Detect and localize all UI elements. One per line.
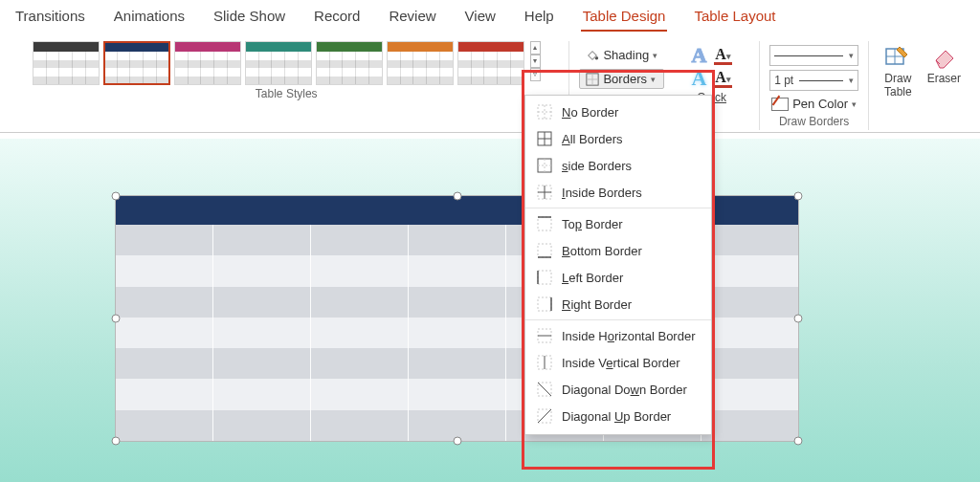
draw-table-label: Draw Table xyxy=(884,72,912,99)
tab-record[interactable]: Record xyxy=(312,6,362,32)
menu-item-label: side Borders xyxy=(562,159,632,173)
menu-item-label: Inside Borders xyxy=(562,186,642,200)
eraser-button[interactable]: Eraser xyxy=(922,41,967,87)
svg-rect-18 xyxy=(538,217,551,230)
resize-handle[interactable] xyxy=(112,437,121,446)
chevron-down-icon: ▾ xyxy=(849,76,854,85)
group-label-drawborders: Draw Borders xyxy=(779,115,849,128)
table-style-swatch[interactable] xyxy=(457,41,524,85)
draw-table-button[interactable]: Draw Table xyxy=(879,41,918,100)
menu-item-label: Diagonal Down Border xyxy=(562,383,687,397)
pen-weight-combo[interactable]: 1 pt ▾ xyxy=(769,70,858,91)
table-style-swatch[interactable] xyxy=(387,41,454,85)
menu-item-label: No Border xyxy=(562,105,618,120)
borders-menu-item-bottom[interactable]: Bottom Border xyxy=(525,237,711,264)
table-style-swatch[interactable] xyxy=(103,41,170,85)
tab-tabledesign[interactable]: Table Design xyxy=(581,6,668,32)
pen-color-label: Pen Color xyxy=(792,97,848,111)
wordart-style-outline[interactable]: A xyxy=(691,45,706,66)
group-label-tablestyles: Table Styles xyxy=(256,87,318,100)
text-fill-button[interactable]: A▾ xyxy=(714,47,732,65)
eraser-icon xyxy=(930,43,957,70)
gallery-more[interactable]: ▿ xyxy=(530,68,541,81)
menu-item-label: Inside Horizontal Border xyxy=(562,329,695,343)
borders-menu-item-du[interactable]: Diagonal Up Border xyxy=(525,403,711,429)
gallery-down[interactable]: ▾ xyxy=(530,55,541,68)
svg-rect-22 xyxy=(538,271,551,284)
table-style-swatch[interactable] xyxy=(316,41,383,85)
borders-menu-item-right[interactable]: Right Border xyxy=(525,291,711,318)
tab-animations[interactable]: Animations xyxy=(112,6,187,32)
menu-item-label: Bottom Border xyxy=(562,244,642,258)
borders-menu-item-none[interactable]: No Border xyxy=(525,99,711,125)
menu-item-label: All Borders xyxy=(562,132,623,146)
borders-menu-item-top[interactable]: Top Border xyxy=(525,210,711,237)
svg-line-33 xyxy=(538,409,551,423)
svg-rect-12 xyxy=(538,159,551,172)
resize-handle[interactable] xyxy=(453,437,461,446)
resize-handle[interactable] xyxy=(794,192,803,201)
text-outline-button[interactable]: A▾ xyxy=(714,70,732,88)
borders-menu-item-iv[interactable]: Inside Vertical Border xyxy=(525,349,711,376)
resize-handle[interactable] xyxy=(112,192,121,201)
table-styles-gallery[interactable]: ▴▾▿ xyxy=(33,41,541,85)
chevron-down-icon: ▾ xyxy=(849,51,854,60)
resize-handle[interactable] xyxy=(794,437,803,446)
table-style-swatch[interactable] xyxy=(33,41,100,85)
tab-transitions[interactable]: Transitions xyxy=(13,6,87,32)
pen-color-icon xyxy=(771,98,789,111)
draw-table-icon xyxy=(884,43,911,70)
svg-rect-6 xyxy=(538,105,551,119)
chevron-down-icon: ▾ xyxy=(651,75,656,84)
resize-handle[interactable] xyxy=(794,315,803,323)
tab-review[interactable]: Review xyxy=(387,6,437,32)
borders-menu-item-dd[interactable]: Diagonal Down Border xyxy=(525,376,711,403)
shading-button[interactable]: Shading ▾ xyxy=(579,45,664,65)
menu-item-label: Inside Vertical Border xyxy=(562,356,680,370)
line-weight-preview xyxy=(799,80,843,81)
gallery-up[interactable]: ▴ xyxy=(530,41,541,55)
menu-item-label: Right Border xyxy=(562,297,632,312)
borders-menu-item-ih[interactable]: Inside Horizontal Border xyxy=(525,322,711,349)
svg-line-31 xyxy=(538,383,551,396)
tab-tablelayout[interactable]: Table Layout xyxy=(692,6,777,32)
chevron-down-icon: ▾ xyxy=(852,99,857,109)
eraser-label: Eraser xyxy=(927,72,961,85)
paint-bucket-icon xyxy=(586,49,599,62)
menu-item-label: Top Border xyxy=(562,217,623,231)
borders-dropdown: No BorderAll Bordersside BordersInside B… xyxy=(524,95,712,435)
menu-item-label: Left Border xyxy=(562,271,623,285)
pen-weight-value: 1 pt xyxy=(774,74,793,87)
ribbon: ▴▾▿ Table Styles Shading ▾ Borders ▾ A A… xyxy=(0,35,980,133)
slide-canvas[interactable] xyxy=(0,139,980,482)
borders-label: Borders xyxy=(603,72,647,86)
borders-icon xyxy=(586,73,599,86)
shading-label: Shading xyxy=(603,48,649,62)
menu-item-label: Diagonal Up Border xyxy=(562,409,671,424)
tab-slideshow[interactable]: Slide Show xyxy=(212,6,287,32)
resize-handle[interactable] xyxy=(453,192,461,201)
svg-rect-24 xyxy=(538,297,551,311)
borders-menu-item-left[interactable]: Left Border xyxy=(525,264,711,291)
borders-button[interactable]: Borders ▾ xyxy=(579,69,664,89)
borders-menu-item-all[interactable]: All Borders xyxy=(525,125,711,152)
tab-view[interactable]: View xyxy=(463,6,498,32)
ribbon-tabs: Transitions Animations Slide Show Record… xyxy=(0,0,980,35)
borders-menu-item-outside[interactable]: side Borders xyxy=(525,152,711,179)
table-style-swatch[interactable] xyxy=(174,41,241,85)
line-style-preview xyxy=(774,55,843,56)
resize-handle[interactable] xyxy=(112,315,121,323)
tab-help[interactable]: Help xyxy=(523,6,556,32)
chevron-down-icon: ▾ xyxy=(653,51,657,60)
borders-menu-item-inside[interactable]: Inside Borders xyxy=(525,179,711,206)
pen-color-button[interactable]: Pen Color ▾ xyxy=(769,95,858,113)
wordart-style-glow[interactable]: A xyxy=(691,68,706,89)
svg-rect-20 xyxy=(538,244,551,257)
pen-style-combo[interactable]: ▾ xyxy=(769,45,858,66)
table-style-swatch[interactable] xyxy=(245,41,312,85)
